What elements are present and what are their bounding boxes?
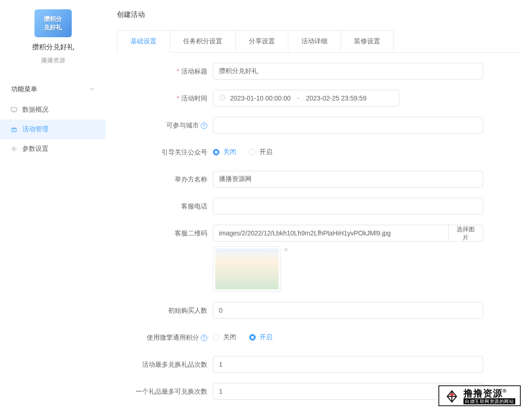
input-initial-buyers[interactable] [213, 302, 483, 319]
tab-basic[interactable]: 基础设置 [117, 30, 170, 53]
sidebar-item-dashboard[interactable]: 数据概况 [0, 100, 106, 120]
input-activity-time[interactable]: 2023-01-10 00:00:00 - 2023-02-25 23:59:5… [213, 90, 399, 107]
label-activity-time: 活动时间 [117, 90, 213, 107]
menu-head[interactable]: 功能菜单 [0, 79, 106, 100]
input-qr-path[interactable] [213, 225, 449, 241]
help-icon[interactable]: ? [201, 122, 207, 129]
radio-group-follow: 关闭 开启 [213, 144, 483, 161]
watermark-logo-icon [444, 389, 460, 404]
app-title: 攒积分兑好礼 [0, 43, 106, 52]
radio-follow-open[interactable]: 开启 [249, 148, 273, 156]
radio-group-use-points: 关闭 开启 [213, 329, 483, 346]
label-follow: 引导关注公众号 [117, 144, 213, 161]
svg-rect-0 [11, 107, 17, 111]
radio-follow-close[interactable]: 关闭 [213, 148, 236, 156]
clock-icon [219, 94, 225, 102]
chevron-down-icon [89, 86, 95, 93]
label-city: 可参与城市? [117, 117, 213, 134]
radio-points-close[interactable]: 关闭 [213, 333, 236, 342]
form: 活动标题 活动时间 2023-01-10 00:00:00 - 2023-02-… [117, 63, 521, 409]
image-preview [213, 246, 281, 292]
monitor-icon [10, 106, 18, 114]
app-subtitle: 播播资源 [0, 56, 106, 65]
label-max-redeem: 活动最多兑换礼品次数 [117, 356, 213, 373]
gear-icon [10, 145, 18, 153]
page-title: 创建活动 [117, 0, 521, 30]
tab-bar: 基础设置 任务积分设置 分享设置 活动详细 装修设置 [117, 30, 521, 53]
sidebar-item-label: 数据概况 [22, 106, 48, 114]
date-separator: - [295, 94, 301, 102]
label-initial-buyers: 初始购买人数 [117, 302, 213, 319]
input-activity-title[interactable] [213, 63, 483, 80]
label-use-points: 使用微擎通用积分? [117, 329, 213, 346]
sidebar-item-label: 参数设置 [22, 145, 48, 153]
tab-task-points[interactable]: 任务积分设置 [170, 30, 236, 52]
sidebar-item-settings[interactable]: 参数设置 [0, 139, 106, 159]
logo-text-2: 兑好礼 [44, 23, 62, 32]
label-activity-title: 活动标题 [117, 63, 213, 80]
sidebar: 攒积分 兑好礼 攒积分兑好礼 播播资源 功能菜单 数据概况 活动管理 参数设置 [0, 0, 106, 409]
watermark: 撸撸资源® 白嫖互联网资源的网站 [438, 385, 521, 406]
tab-detail[interactable]: 活动详细 [288, 30, 341, 52]
label-service-tel: 客服电话 [117, 198, 213, 215]
input-max-redeem[interactable] [213, 356, 483, 373]
sidebar-item-label: 活动管理 [22, 125, 48, 134]
date-start: 2023-01-10 00:00:00 [230, 94, 291, 102]
logo-text-1: 攒积分 [44, 15, 62, 23]
label-organizer: 举办方名称 [117, 171, 213, 188]
main-content: 创建活动 基础设置 任务积分设置 分享设置 活动详细 装修设置 活动标题 活动时… [106, 0, 532, 409]
input-city[interactable] [213, 117, 483, 134]
date-end: 2023-02-25 23:59:59 [306, 94, 367, 102]
app-logo: 攒积分 兑好礼 [34, 9, 72, 37]
tab-decoration[interactable]: 装修设置 [341, 30, 394, 52]
select-image-button[interactable]: 选择图片 [449, 225, 483, 241]
help-icon[interactable]: ? [201, 335, 207, 341]
close-icon[interactable]: × [284, 246, 288, 254]
sidebar-header: 攒积分 兑好礼 攒积分兑好礼 播播资源 [0, 0, 106, 69]
watermark-title: 撸撸资源® [464, 388, 515, 398]
gift-icon [10, 126, 18, 133]
label-qr: 客服二维码 [117, 225, 213, 241]
sidebar-item-activity[interactable]: 活动管理 [0, 120, 106, 139]
menu-head-label: 功能菜单 [11, 85, 37, 94]
radio-points-open[interactable]: 开启 [249, 333, 273, 342]
svg-point-2 [13, 148, 15, 150]
watermark-subtitle: 白嫖互联网资源的网站 [464, 398, 515, 404]
input-organizer[interactable] [213, 171, 483, 188]
tab-share[interactable]: 分享设置 [235, 30, 288, 52]
label-per-gift: 一个礼品最多可兑换次数 [117, 383, 213, 400]
input-service-tel[interactable] [213, 198, 483, 215]
